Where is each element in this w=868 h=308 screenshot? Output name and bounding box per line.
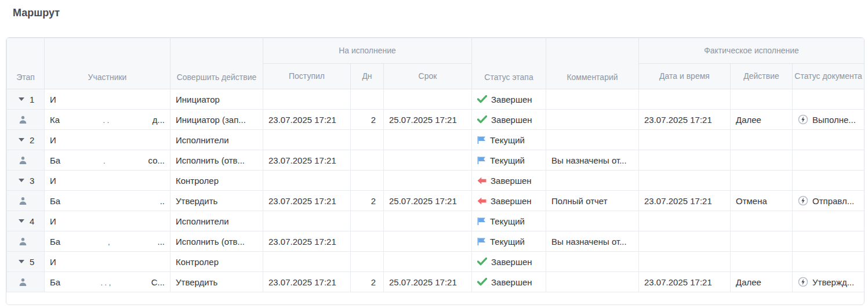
stage-cell: [7, 150, 45, 171]
col-header-participants: Участники: [45, 38, 170, 89]
participant-name-start: И: [50, 216, 56, 226]
doc-status-cell: [793, 211, 865, 231]
actual-action-cell: [731, 150, 793, 171]
days-cell: 2: [351, 110, 384, 130]
due-cell: [384, 150, 472, 171]
due-cell: 25.07.2025 17:21: [384, 191, 472, 211]
comment-cell: Вы назначены от...: [546, 150, 639, 171]
page-title: Маршрут: [13, 7, 60, 19]
doc-status-cell: [793, 171, 865, 191]
action-to-do-cell: Исполнить (отв...: [170, 150, 263, 171]
doc-status-label: Отправл...: [812, 196, 854, 206]
actual-action-cell: [731, 231, 793, 252]
actual-datetime-cell: 23.07.2025 17:21: [639, 191, 731, 211]
stage-number: 3: [30, 176, 34, 186]
person-icon: [19, 237, 27, 246]
actual-datetime-cell: [639, 252, 731, 272]
table-row[interactable]: Ба .. Утвердить 23.07.2025 17:21 2 25.07…: [7, 191, 865, 211]
due-cell: [384, 231, 472, 252]
stage-cell: 1: [7, 89, 45, 110]
actual-action-cell: [731, 252, 793, 272]
lightning-circle-icon: [798, 114, 808, 125]
col-header-due: Срок: [384, 64, 472, 89]
days-cell: [351, 89, 384, 110]
received-cell: 23.07.2025 17:21: [263, 110, 351, 130]
actual-datetime-cell: [639, 171, 731, 191]
collapse-triangle-icon[interactable]: [19, 219, 24, 223]
stage-status-cell: Завершен: [472, 89, 546, 110]
action-to-do-cell: Контролер: [170, 252, 263, 272]
table-row[interactable]: Ба , ... Исполнить (отв... 23.07.2025 17…: [7, 231, 865, 252]
col-header-action-to-do: Совершить действие: [170, 38, 263, 89]
action-to-do-cell: Исполнители: [170, 130, 263, 150]
table-row[interactable]: Ба . . , С... Утвердить 23.07.2025 17:21…: [7, 272, 865, 292]
person-icon: [19, 278, 27, 287]
col-header-days: Дн: [351, 64, 384, 89]
stage-status-icon: [477, 217, 486, 226]
stage-number: 2: [30, 135, 34, 145]
days-cell: [351, 231, 384, 252]
collapse-triangle-icon[interactable]: [19, 260, 24, 263]
stage-status-cell: Завершен: [472, 272, 546, 292]
comment-cell: [546, 89, 639, 110]
table-row[interactable]: Ба . со... Исполнить (отв... 23.07.2025 …: [7, 150, 865, 171]
participants-cell: Ба . со...: [45, 150, 170, 171]
comment-cell: [546, 171, 639, 191]
person-icon: [19, 197, 27, 205]
table-row[interactable]: 1 И Инициатор: [7, 89, 865, 110]
received-cell: 23.07.2025 17:21: [263, 231, 351, 252]
stage-status-label: Текущий: [490, 155, 525, 165]
stage-cell: [7, 191, 45, 211]
participant-name-end: С...: [151, 277, 165, 287]
stage-status-label: Завершен: [491, 115, 532, 125]
action-to-do-cell: Контролер: [170, 171, 263, 191]
col-header-datetime: Дата и время: [639, 64, 731, 89]
doc-status-label: Выполне...: [812, 115, 856, 125]
participant-name-end: ..: [160, 196, 165, 206]
participants-cell: Ба , ...: [45, 231, 170, 252]
collapse-triangle-icon[interactable]: [19, 138, 24, 142]
col-group-execution: На исполнение: [263, 38, 472, 64]
comment-cell: [546, 110, 639, 130]
received-cell: 23.07.2025 17:21: [263, 191, 351, 211]
received-cell: [263, 211, 351, 231]
due-cell: [384, 171, 472, 191]
collapse-triangle-icon[interactable]: [19, 97, 24, 101]
days-cell: [351, 171, 384, 191]
received-cell: [263, 89, 351, 110]
participants-cell: И: [45, 252, 170, 272]
actual-datetime-cell: [639, 231, 731, 252]
doc-status-label: Утвержд...: [812, 277, 854, 287]
col-header-doc-status: Статус документа: [793, 64, 865, 89]
stage-status-icon: [477, 177, 486, 184]
col-header-received: Поступил: [263, 64, 351, 89]
due-cell: [384, 211, 472, 231]
participant-name-mid: . .: [103, 116, 109, 125]
table-row[interactable]: Ка . . д... Инициатор (зап... 23.07.2025…: [7, 110, 865, 130]
stage-status-cell: Текущий: [472, 130, 546, 150]
participants-cell: И: [45, 130, 170, 150]
participants-cell: Ба ..: [45, 191, 170, 211]
actual-datetime-cell: [639, 150, 731, 171]
actual-action-cell: Отмена: [731, 191, 793, 211]
due-cell: [384, 89, 472, 110]
participant-name-start: И: [50, 95, 56, 104]
doc-status-cell: [793, 252, 865, 272]
action-to-do-cell: Исполнители: [170, 211, 263, 231]
stage-status-label: Текущий: [490, 135, 525, 145]
action-to-do-cell: Утвердить: [170, 272, 263, 292]
table-row[interactable]: 4 И Исполнители: [7, 211, 865, 231]
doc-status-cell: [793, 150, 865, 171]
due-cell: 25.07.2025 17:21: [384, 110, 472, 130]
collapse-triangle-icon[interactable]: [19, 179, 24, 182]
comment-cell: Полный отчет: [546, 191, 639, 211]
doc-status-cell: Отправл...: [793, 191, 865, 211]
stage-status-cell: Текущий: [472, 211, 546, 231]
actual-datetime-cell: [639, 211, 731, 231]
days-cell: [351, 211, 384, 231]
table-row[interactable]: 5 И Контролер: [7, 252, 865, 272]
table-row[interactable]: 2 И Исполнители: [7, 130, 865, 150]
actual-datetime-cell: 23.07.2025 17:21: [639, 272, 731, 292]
stage-status-cell: Текущий: [472, 150, 546, 171]
table-row[interactable]: 3 И Контролер: [7, 171, 865, 191]
